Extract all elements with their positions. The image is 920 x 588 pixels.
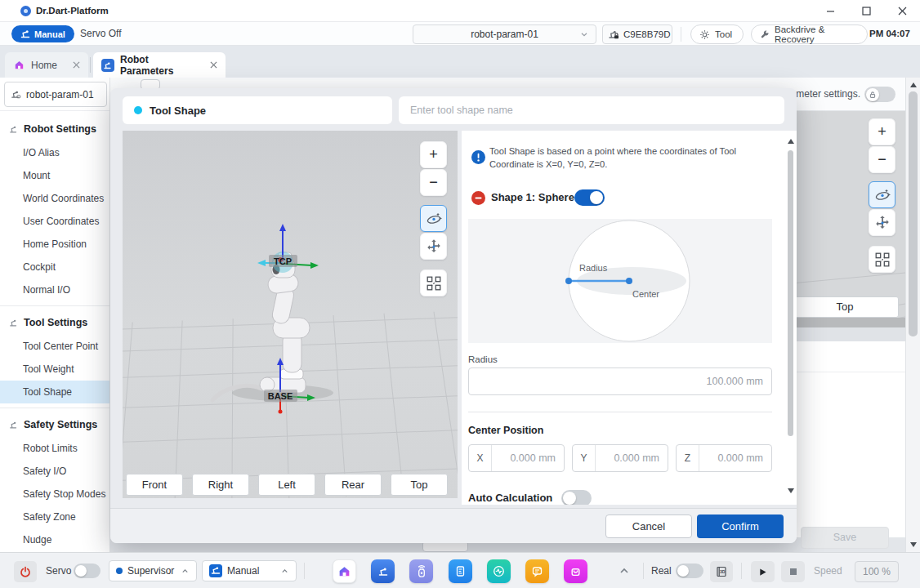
toolbar-separator <box>681 27 681 42</box>
view-left-button[interactable]: Left <box>258 474 315 496</box>
chevron-down-icon <box>579 29 589 39</box>
tab-home[interactable]: Home <box>5 52 88 78</box>
save-button[interactable]: Save <box>801 527 889 549</box>
minimize-button[interactable] <box>812 0 848 22</box>
tool-button[interactable]: Tool <box>690 24 744 44</box>
sidebar-item-tool-weight[interactable]: Tool Weight <box>0 358 109 381</box>
center-x-field: X <box>468 444 565 472</box>
mode-select[interactable]: Manual <box>202 560 297 581</box>
robot-arm-icon <box>20 29 30 38</box>
sidebar-item-nudge[interactable]: Nudge <box>0 528 109 551</box>
settings-lock-toggle[interactable] <box>864 87 895 102</box>
sidebar-item-io-alias[interactable]: I/O Alias <box>0 141 109 164</box>
scroll-down-arrow[interactable] <box>910 542 917 547</box>
message-app-icon[interactable] <box>525 559 549 583</box>
pan-icon <box>425 238 443 256</box>
close-button[interactable] <box>884 0 920 22</box>
sidebar-item-home-position[interactable]: Home Position <box>0 233 109 256</box>
sidebar-item-safety-io[interactable]: Safety I/O <box>0 460 109 483</box>
window-title: Dr.Dart-Platform <box>36 0 109 22</box>
view-right-button[interactable]: Right <box>192 474 249 496</box>
tab-home-close-icon[interactable] <box>73 61 80 69</box>
maximize-button[interactable] <box>848 0 884 22</box>
backdrive-recovery-button[interactable]: Backdrive & Recovery <box>751 24 868 44</box>
param-file-select[interactable]: robot-param-01 <box>413 24 596 44</box>
chevron-up-icon <box>280 567 289 576</box>
3d-viewer-button[interactable]: 3D <box>710 561 733 582</box>
bg-zoom-in-button[interactable]: + <box>869 118 895 145</box>
tab-rp-close-icon[interactable] <box>210 61 217 69</box>
sidebar-item-world-coordinates[interactable]: World Coordinates <box>0 187 109 210</box>
panel-scroll-up[interactable] <box>788 139 794 144</box>
param-file-box[interactable]: robot-param-01 <box>4 82 107 107</box>
center-x-input[interactable] <box>492 452 564 464</box>
sidebar-item-cockpit[interactable]: Cockpit <box>0 256 109 278</box>
sidebar-item-tool-shape[interactable]: Tool Shape <box>0 381 109 403</box>
section-title: Tool Settings <box>24 317 87 328</box>
minus-icon: − <box>878 151 887 168</box>
servo-toggle[interactable] <box>74 564 100 578</box>
tool-shape-name-input[interactable] <box>399 96 784 124</box>
robot-scene: TCP BASE <box>123 131 458 498</box>
monitoring-app-icon[interactable] <box>487 559 511 583</box>
tab-robot-parameters[interactable]: Robot Parameters <box>93 52 226 78</box>
task-writer-app-icon[interactable] <box>449 559 472 583</box>
bg-top-view-button[interactable]: Top <box>791 296 899 318</box>
viewport-orbit-button[interactable] <box>420 205 447 232</box>
shape-enable-toggle[interactable] <box>574 189 605 206</box>
sidebar-item-tool-center-point[interactable]: Tool Center Point <box>0 335 109 358</box>
confirm-button[interactable]: Confirm <box>697 514 784 538</box>
store-app-icon[interactable] <box>564 559 587 583</box>
sidebar-item-robot-limits[interactable]: Robot Limits <box>0 437 109 460</box>
stop-button[interactable] <box>781 561 805 582</box>
section-safety-settings[interactable]: Safety Settings <box>0 412 109 437</box>
viewport-zoom-in-button[interactable]: + <box>420 141 447 168</box>
view-rear-button[interactable]: Rear <box>324 474 382 496</box>
speed-label: Speed <box>814 553 842 588</box>
viewport-zoom-out-button[interactable]: − <box>420 169 447 196</box>
scroll-up-arrow[interactable] <box>910 82 917 87</box>
power-button[interactable] <box>14 561 37 582</box>
auto-calculation-toggle[interactable] <box>561 490 592 505</box>
dock-collapse-icon[interactable] <box>619 566 630 576</box>
view-top-button[interactable]: Top <box>391 474 448 496</box>
measure-icon <box>873 251 891 269</box>
home-app-icon[interactable] <box>333 559 356 583</box>
sidebar-item-safety-zone[interactable]: Safety Zone <box>0 506 109 528</box>
panel-scroll-down[interactable] <box>788 488 794 493</box>
sidebar-item-user-coordinates[interactable]: User Coordinates <box>0 210 109 233</box>
panel-scroll-thumb[interactable] <box>788 150 793 436</box>
manual-mode-button[interactable]: Manual <box>11 25 74 42</box>
tab-rp-label: Robot Parameters <box>120 54 204 77</box>
robot-parameters-app-icon[interactable] <box>371 559 395 583</box>
section-robot-settings[interactable]: Robot Settings <box>0 117 109 141</box>
sidebar-item-normal-io[interactable]: Normal I/O <box>0 278 109 301</box>
tool-shape-dialog: Tool Shape <box>110 88 797 543</box>
tab-bar: Home Robot Parameters <box>0 46 920 78</box>
bg-orbit-button[interactable] <box>869 181 895 208</box>
center-z-input[interactable] <box>699 452 771 464</box>
sidebar-item-safety-stop-modes[interactable]: Safety Stop Modes <box>0 483 109 506</box>
speed-value[interactable]: 100 % <box>855 561 899 582</box>
scrollbar-thumb[interactable] <box>909 91 918 336</box>
main-toolbar: Manual Servo Off robot-param-01 C9E8B79D… <box>0 22 920 46</box>
real-sim-toggle[interactable] <box>676 564 703 578</box>
remove-shape-icon[interactable] <box>471 191 485 205</box>
sidebar-item-mount[interactable]: Mount <box>0 164 109 187</box>
bg-pan-button[interactable] <box>869 209 895 236</box>
cancel-button[interactable]: Cancel <box>605 514 692 538</box>
servo-status: Servo Off <box>80 22 121 46</box>
viewport-pan-button[interactable] <box>420 233 447 260</box>
bg-measure-button[interactable] <box>869 246 895 273</box>
radius-input[interactable] <box>469 376 771 387</box>
bg-zoom-out-button[interactable]: − <box>869 146 895 173</box>
center-y-input[interactable] <box>596 452 668 464</box>
view-front-button[interactable]: Front <box>126 474 183 496</box>
section-tool-settings[interactable]: Tool Settings <box>0 310 109 335</box>
robot-3d-viewport[interactable]: TCP BASE + − Front Right Lef <box>123 131 458 498</box>
viewport-measure-button[interactable] <box>420 270 447 296</box>
device-id-badge[interactable]: C9E8B79D <box>602 24 672 44</box>
play-button[interactable] <box>751 561 775 582</box>
role-select[interactable]: Supervisor <box>109 560 197 581</box>
remote-control-app-icon[interactable] <box>409 559 433 583</box>
